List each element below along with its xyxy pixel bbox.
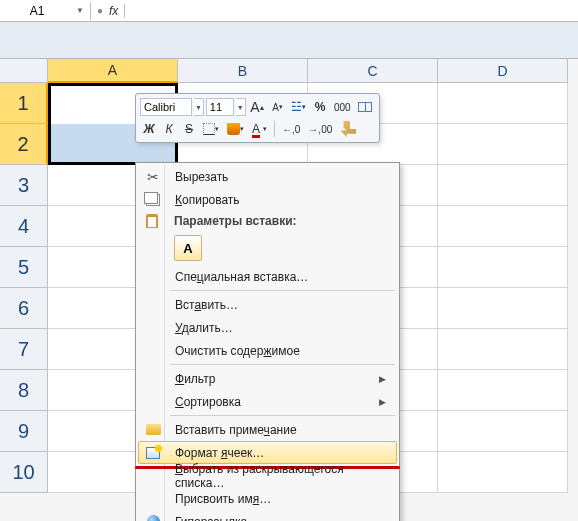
- paste-option-default[interactable]: A: [174, 235, 202, 261]
- font-color-button[interactable]: A▾: [249, 120, 270, 138]
- shrink-font-button[interactable]: A▾: [269, 98, 287, 116]
- name-box-wrap: ▼: [0, 2, 91, 20]
- font-size-dropdown-icon[interactable]: ▼: [236, 98, 246, 116]
- merge-center-button[interactable]: [355, 98, 375, 116]
- fill-color-button[interactable]: ▾: [224, 120, 247, 138]
- fx-icon[interactable]: fx: [109, 4, 118, 18]
- border-icon: [203, 123, 215, 135]
- font-color-icon: A: [252, 122, 260, 136]
- ctx-insert-comment[interactable]: Вставить примечание: [138, 418, 397, 441]
- formula-input[interactable]: [125, 2, 578, 20]
- paste-options-row: A: [138, 231, 397, 265]
- ctx-paste-options-header: Параметры вставки:: [138, 211, 397, 231]
- format-cells-icon: [146, 447, 160, 459]
- row-header-8[interactable]: 8: [0, 370, 48, 411]
- ctx-clear-contents[interactable]: Очистить содержимое: [138, 339, 397, 362]
- ctx-cut[interactable]: ✂ Вырезать: [138, 165, 397, 188]
- decrease-decimal-button[interactable]: →,00: [305, 120, 335, 138]
- row-header-2[interactable]: 2: [0, 124, 48, 165]
- fill-icon: [227, 123, 240, 135]
- formula-bar: ▼ ● fx: [0, 0, 578, 22]
- cancel-icon[interactable]: ●: [97, 5, 103, 16]
- merge-icon: [358, 102, 372, 112]
- clipboard-icon: [146, 214, 158, 228]
- format-painter-icon: [340, 121, 356, 137]
- font-name-input[interactable]: [140, 98, 192, 116]
- format-painter-button[interactable]: [337, 120, 359, 138]
- column-headers: A B C D: [48, 59, 568, 83]
- ctx-copy[interactable]: Копировать: [138, 188, 397, 211]
- hyperlink-icon: [147, 515, 160, 521]
- context-menu: ✂ Вырезать Копировать Параметры вставки:…: [135, 162, 400, 521]
- row-header-10[interactable]: 10: [0, 452, 48, 493]
- row-headers: 1 2 3 4 5 6 7 8 9 10: [0, 83, 48, 493]
- ctx-pick-from-list[interactable]: Выбрать из раскрывающегося списка…: [138, 464, 397, 487]
- row-header-3[interactable]: 3: [0, 165, 48, 206]
- submenu-arrow-icon: ▶: [379, 374, 386, 384]
- copy-icon: [146, 194, 160, 206]
- submenu-arrow-icon: ▶: [379, 397, 386, 407]
- row-header-5[interactable]: 5: [0, 247, 48, 288]
- col-header-C[interactable]: C: [308, 59, 438, 83]
- col-header-D[interactable]: D: [438, 59, 568, 83]
- font-size-input[interactable]: [206, 98, 234, 116]
- font-name-dropdown-icon[interactable]: ▼: [194, 98, 204, 116]
- increase-decimal-button[interactable]: ←,0: [279, 120, 303, 138]
- comment-icon: [146, 424, 161, 435]
- bold-button[interactable]: Ж: [140, 120, 158, 138]
- comma-format-button[interactable]: 000: [331, 98, 353, 116]
- ctx-paste-special[interactable]: Специальная вставка…: [138, 265, 397, 288]
- scissors-icon: ✂: [147, 169, 159, 185]
- ctx-delete[interactable]: Удалить…: [138, 316, 397, 339]
- accounting-format-button[interactable]: ☳▾: [289, 98, 310, 116]
- row-header-1[interactable]: 1: [0, 83, 48, 124]
- ctx-define-name[interactable]: Присвоить имя…: [138, 487, 397, 510]
- ctx-hyperlink[interactable]: Гиперссылка…: [138, 510, 397, 521]
- insert-function-area: ● fx: [91, 4, 125, 18]
- row-header-6[interactable]: 6: [0, 288, 48, 329]
- percent-format-button[interactable]: %: [311, 98, 329, 116]
- row-header-9[interactable]: 9: [0, 411, 48, 452]
- name-box-dropdown-icon[interactable]: ▼: [72, 6, 88, 15]
- ctx-insert[interactable]: Вставить…: [138, 293, 397, 316]
- borders-button[interactable]: ▾: [200, 120, 222, 138]
- ribbon-gap: [0, 22, 578, 59]
- ctx-filter[interactable]: Фильтр ▶: [138, 367, 397, 390]
- select-all-corner[interactable]: [0, 59, 48, 83]
- name-box[interactable]: [2, 2, 72, 20]
- strikethrough-button[interactable]: S: [180, 120, 198, 138]
- row-header-7[interactable]: 7: [0, 329, 48, 370]
- col-header-A[interactable]: A: [48, 59, 178, 83]
- ctx-sort[interactable]: Сортировка ▶: [138, 390, 397, 413]
- italic-button[interactable]: К: [160, 120, 178, 138]
- row-header-4[interactable]: 4: [0, 206, 48, 247]
- mini-toolbar: ▼ ▼ A▴ A▾ ☳▾ % 000 Ж К S ▾ ▾ A▾ ←,0 →,00: [135, 93, 380, 143]
- col-header-B[interactable]: B: [178, 59, 308, 83]
- grow-font-button[interactable]: A▴: [248, 98, 267, 116]
